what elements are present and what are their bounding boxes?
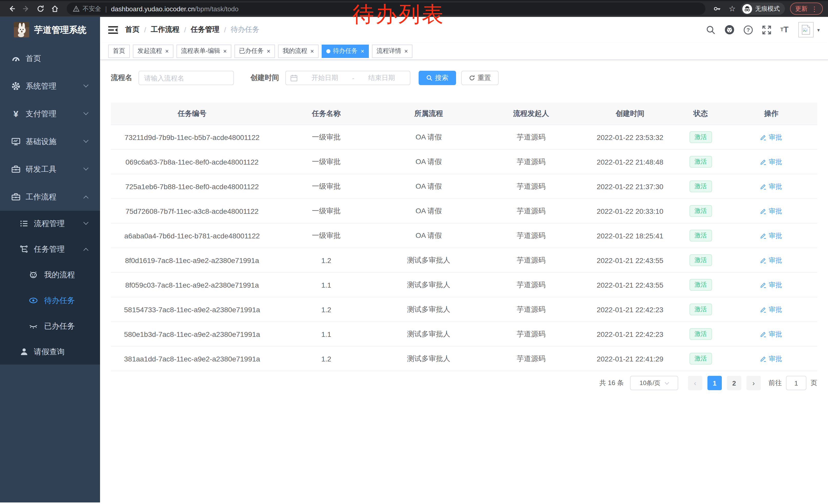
- search-icon[interactable]: [706, 25, 716, 35]
- column-header: 流程发起人: [478, 109, 584, 118]
- status-badge: 激活: [690, 353, 712, 365]
- avatar: [798, 22, 814, 37]
- approve-button[interactable]: 审批: [760, 280, 782, 289]
- tab-form-edit[interactable]: 流程表单-编辑×: [176, 44, 232, 58]
- sidebar-item-leave-query[interactable]: 请假查询: [0, 339, 100, 365]
- approve-button[interactable]: 审批: [760, 354, 782, 363]
- status-cell: 激活: [676, 254, 726, 266]
- sidebar-item-label: 流程管理: [34, 219, 65, 228]
- process-name-input[interactable]: [138, 71, 234, 85]
- page-button-2[interactable]: 2: [727, 376, 741, 390]
- tab-home[interactable]: 首页: [108, 44, 130, 58]
- sidebar-item-my-process[interactable]: 我的流程: [0, 262, 100, 288]
- search-button[interactable]: 搜索: [419, 71, 456, 85]
- breadcrumb-item[interactable]: 任务管理: [191, 25, 219, 34]
- table-row: 580e1b3d-7ac8-11ec-a9e2-a2380e71991a 1.1…: [111, 322, 817, 347]
- browser-reload-button[interactable]: [34, 2, 47, 15]
- edit-pen-icon: [760, 306, 767, 313]
- tab-done-tasks[interactable]: 已办任务×: [235, 44, 275, 58]
- app-logo-row[interactable]: 芋道管理系统: [0, 17, 100, 43]
- browser-update-button[interactable]: 更新 ⋮: [790, 3, 823, 15]
- security-indicator[interactable]: 不安全: [73, 4, 101, 13]
- edit-pen-icon: [760, 183, 767, 189]
- task-name: 1.2: [273, 305, 379, 314]
- approve-button[interactable]: 审批: [760, 207, 782, 216]
- browser-home-button[interactable]: [48, 2, 61, 15]
- sidebar-item-system[interactable]: 系统管理: [0, 72, 100, 100]
- sidebar-item-done-tasks[interactable]: 已办任务: [0, 313, 100, 339]
- task-time: 2022-01-21 22:42:23: [584, 330, 676, 338]
- warning-icon: [73, 6, 80, 12]
- fullscreen-icon[interactable]: [762, 25, 772, 35]
- table-header-row: 任务编号 任务名称 所属流程 流程发起人 创建时间 状态 操作: [111, 102, 817, 125]
- task-starter: 芋道源码: [478, 280, 584, 289]
- status-badge: 激活: [690, 328, 712, 340]
- app-title: 芋道管理系统: [34, 24, 86, 36]
- sidebar-item-devtools[interactable]: 研发工具: [0, 155, 100, 183]
- task-id: 58154733-7ac8-11ec-a9e2-a2380e71991a: [111, 305, 273, 314]
- page-button-1[interactable]: 1: [707, 376, 722, 390]
- sidebar-item-infra[interactable]: 基础设施: [0, 128, 100, 155]
- address-bar[interactable]: 不安全 | dashboard.yudao.iocoder.cn/bpm/tas…: [67, 3, 705, 15]
- sidebar-item-process-mgmt[interactable]: 流程管理: [0, 211, 100, 236]
- svg-text:?: ?: [747, 27, 750, 33]
- column-header: 操作: [726, 109, 817, 118]
- approve-button[interactable]: 审批: [760, 133, 782, 142]
- close-icon[interactable]: ×: [361, 47, 364, 55]
- task-process: 测试多审批人: [379, 280, 479, 289]
- github-icon[interactable]: [724, 25, 735, 35]
- status-cell: 激活: [676, 279, 726, 291]
- sidebar-item-payment[interactable]: ¥ 支付管理: [0, 100, 100, 128]
- font-size-icon[interactable]: TT: [780, 26, 788, 34]
- breadcrumb-item[interactable]: 工作流程: [151, 25, 179, 34]
- task-id: 8f059c03-7ac8-11ec-a9e2-a2380e71991a: [111, 281, 273, 289]
- approve-button[interactable]: 审批: [760, 305, 782, 314]
- help-icon[interactable]: ?: [743, 25, 753, 35]
- sidebar-item-task-mgmt[interactable]: 任务管理: [0, 236, 100, 262]
- screen: 不安全 | dashboard.yudao.iocoder.cn/bpm/tas…: [0, 0, 828, 504]
- date-range-picker[interactable]: 开始日期 - 结束日期: [285, 71, 410, 85]
- approve-button[interactable]: 审批: [760, 157, 782, 166]
- tab-process-detail[interactable]: 流程详情×: [372, 44, 412, 58]
- close-icon[interactable]: ×: [223, 47, 227, 55]
- sidebar-item-todo-tasks[interactable]: 待办任务: [0, 288, 100, 313]
- breadcrumb-item[interactable]: 首页: [125, 25, 139, 34]
- approve-button[interactable]: 审批: [760, 231, 782, 240]
- tab-my-process[interactable]: 我的流程×: [278, 44, 319, 58]
- close-icon[interactable]: ×: [267, 47, 271, 55]
- page-size-select[interactable]: 10条/页: [630, 376, 678, 390]
- browser-menu-icon[interactable]: ⋮: [811, 5, 818, 12]
- goto-page-input[interactable]: [786, 376, 806, 390]
- chevron-down-icon: ▾: [817, 27, 820, 33]
- close-icon[interactable]: ×: [310, 47, 314, 55]
- active-dot: [326, 49, 330, 53]
- tab-todo-tasks[interactable]: 待办任务×: [322, 44, 369, 58]
- sidebar-collapse-icon[interactable]: [108, 26, 118, 34]
- reset-button[interactable]: 重置: [461, 71, 499, 85]
- sidebar-item-workflow[interactable]: 工作流程: [0, 183, 100, 211]
- bookmark-star-icon[interactable]: ☆: [729, 4, 736, 13]
- dashboard-icon: [11, 54, 20, 63]
- task-process: OA 请假: [379, 182, 479, 191]
- browser-back-button[interactable]: [5, 2, 18, 15]
- user-menu[interactable]: ▾: [798, 22, 820, 37]
- browser-forward-button[interactable]: [19, 2, 33, 15]
- sidebar-item-home[interactable]: 首页: [0, 45, 100, 72]
- action-cell: 审批: [726, 305, 817, 314]
- close-icon[interactable]: ×: [165, 47, 169, 55]
- approve-button[interactable]: 审批: [760, 256, 782, 265]
- tab-start-process[interactable]: 发起流程×: [133, 44, 173, 58]
- security-text: 不安全: [83, 4, 101, 13]
- breadcrumb: 首页 / 工作流程 / 任务管理 / 待办任务: [125, 25, 259, 34]
- approve-button[interactable]: 审批: [760, 329, 782, 339]
- prev-page-button[interactable]: ‹: [688, 376, 702, 390]
- task-id: 8f0d1619-7ac8-11ec-a9e2-a2380e71991a: [111, 256, 273, 264]
- action-cell: 审批: [726, 133, 817, 142]
- task-name: 1.1: [273, 330, 379, 338]
- status-badge: 激活: [690, 303, 712, 315]
- approve-button[interactable]: 审批: [760, 182, 782, 191]
- close-icon[interactable]: ×: [404, 47, 408, 55]
- key-icon[interactable]: [710, 2, 723, 15]
- table-row: 8f059c03-7ac8-11ec-a9e2-a2380e71991a 1.1…: [111, 273, 817, 297]
- next-page-button[interactable]: ›: [746, 376, 761, 390]
